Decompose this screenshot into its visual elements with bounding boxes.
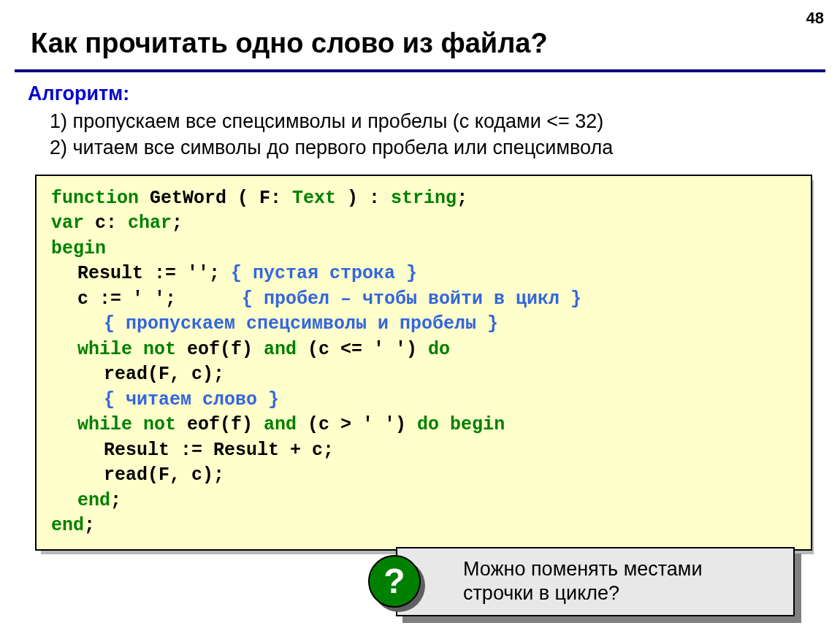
question-badge: ? [368, 555, 421, 608]
algorithm-step-2: 2) читаем все символы до первого пробела… [50, 134, 811, 161]
code-line: function GetWord ( F: Text ) : string; [51, 186, 796, 212]
code-line: c := ' '; { пробел – чтобы войти в цикл … [51, 287, 796, 313]
code-line: Result := ''; { пустая строка } [51, 261, 796, 287]
code-box: function GetWord ( F: Text ) : string; v… [35, 175, 812, 551]
code-line: end; [51, 489, 796, 514]
question-badge-circle: ? [368, 555, 421, 608]
callout-text-line: Можно поменять местами [463, 557, 782, 582]
code-line: read(F, c); [51, 362, 796, 388]
slide-title: Как прочитать одно слово из файла? [0, 0, 840, 66]
code-line: Result := Result + c; [51, 438, 796, 464]
algorithm-steps: 1) пропускаем все спецсимволы и пробелы … [0, 108, 840, 161]
callout-text-line: строчки в цикле? [463, 581, 782, 606]
code-line: while not eof(f) and (c <= ' ') do [51, 337, 796, 363]
code-block: function GetWord ( F: Text ) : string; v… [35, 175, 812, 551]
code-line: { читаем слово } [51, 388, 796, 413]
code-line: while not eof(f) and (c > ' ') do begin [51, 413, 796, 438]
algorithm-heading: Алгоритм: [0, 72, 840, 108]
code-line: end; [51, 513, 796, 539]
question-callout: ? Можно поменять местами строчки в цикле… [396, 547, 795, 617]
question-mark-icon: ? [383, 559, 405, 603]
page-number: 48 [806, 9, 824, 28]
callout-box: ? Можно поменять местами строчки в цикле… [396, 547, 795, 617]
code-line: var c: char; [51, 211, 796, 237]
algorithm-step-1: 1) пропускаем все спецсимволы и пробелы … [50, 108, 811, 134]
code-line: { пропускаем спецсимволы и пробелы } [51, 312, 796, 337]
code-line: begin [51, 237, 796, 262]
code-line: read(F, c); [51, 463, 796, 489]
